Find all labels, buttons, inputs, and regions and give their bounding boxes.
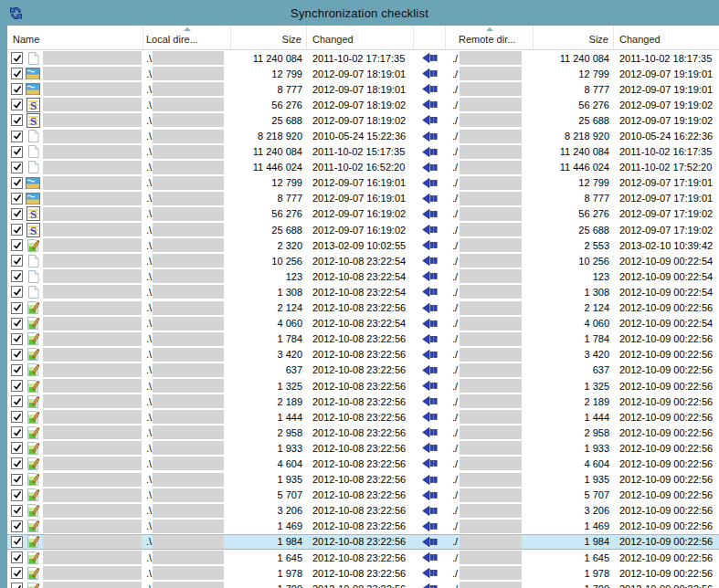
table-row[interactable]: S.\25 6882012-09-07 16:19:02./25 6882012… — [7, 222, 719, 237]
local-changed-cell: 2012-10-08 23:22:56 — [307, 409, 414, 425]
table-row[interactable]: .\10 2562012-10-08 23:22:54./10 2562012-… — [7, 253, 719, 268]
table-row[interactable]: .\1 9352012-10-08 23:22:56./1 9352012-10… — [7, 472, 719, 488]
row-checkbox[interactable] — [11, 349, 23, 361]
redacted-remote-dir — [460, 145, 522, 159]
remote-changed-cell: 2012-10-09 00:22:56 — [614, 378, 719, 394]
table-row[interactable]: .\1 6452012-10-08 23:22:56./1 6452012-10… — [7, 550, 719, 565]
table-row[interactable]: .\1 3252012-10-08 23:22:56./1 3252012-10… — [7, 378, 719, 394]
row-checkbox[interactable] — [11, 286, 23, 298]
remote-dir-prefix: ./ — [452, 568, 458, 579]
row-checkbox[interactable] — [11, 193, 23, 205]
redacted-local-dir — [153, 254, 224, 268]
table-row[interactable]: .\11 240 0842011-10-02 15:17:35./11 240 … — [7, 144, 719, 160]
row-checkbox[interactable] — [11, 146, 23, 158]
redacted-filename — [43, 223, 142, 236]
table-row[interactable]: .\1 7002012-10-08 23:22:56./1 7002012-10… — [7, 581, 719, 588]
image-file-icon — [26, 191, 40, 205]
table-row[interactable]: .\4 6042012-10-08 23:22:56./4 6042012-10… — [7, 456, 719, 471]
local-dir-cell: .\ — [143, 81, 231, 97]
table-row[interactable]: .\8 7772012-09-07 16:19:01./8 7772012-09… — [7, 191, 719, 206]
local-changed-cell: 2012-09-07 18:19:02 — [307, 97, 414, 112]
row-checkbox[interactable] — [11, 536, 23, 548]
row-checkbox[interactable] — [11, 551, 23, 563]
table-row[interactable]: .\2 9582012-10-08 23:22:56./2 9582012-10… — [7, 425, 719, 440]
column-header-size-remote[interactable]: Size — [534, 26, 614, 49]
row-checkbox[interactable] — [11, 302, 23, 314]
row-checkbox[interactable] — [11, 131, 23, 142]
row-checkbox[interactable] — [11, 177, 23, 189]
table-row[interactable]: .\11 446 0242011-10-02 16:52:20./11 446 … — [7, 160, 719, 175]
remote-size-cell: 1 645 — [534, 550, 614, 565]
local-changed-cell: 2012-10-08 23:22:56 — [307, 347, 414, 362]
row-checkbox[interactable] — [11, 457, 23, 469]
table-row[interactable]: .\1 9332012-10-08 23:22:56./1 9332012-10… — [7, 440, 719, 456]
row-checkbox[interactable] — [11, 224, 23, 236]
table-row[interactable]: .\1 4442012-10-08 23:22:56./1 4442012-10… — [7, 409, 719, 425]
table-row[interactable]: .\1 9842012-10-08 23:22:56./1 9842012-10… — [7, 534, 719, 550]
local-changed-cell: 2012-10-08 23:22:56 — [307, 362, 414, 378]
row-checkbox[interactable] — [11, 255, 23, 267]
table-row[interactable]: .\1 9782012-10-08 23:22:56./1 9782012-10… — [7, 565, 719, 581]
table-row[interactable]: .\6372012-10-08 23:22:56./6372012-10-09 … — [7, 362, 719, 378]
table-row[interactable]: .\12 7992012-09-07 18:19:01./12 7992012-… — [7, 66, 719, 81]
table-row[interactable]: .\11 240 0842011-10-02 17:17:35./11 240 … — [7, 50, 719, 66]
row-checkbox[interactable] — [11, 239, 23, 251]
row-checkbox[interactable] — [11, 411, 23, 423]
row-checkbox[interactable] — [11, 567, 23, 579]
column-header-name[interactable]: Name — [7, 26, 143, 49]
row-checkbox[interactable] — [11, 583, 23, 588]
table-row[interactable]: .\1 7842012-10-08 23:22:56./1 7842012-10… — [7, 331, 719, 347]
table-row[interactable]: .\4 0602012-10-08 23:22:54./4 0602012-10… — [7, 316, 719, 331]
table-row[interactable]: .\8 218 9202010-05-24 15:22:36./8 218 92… — [7, 128, 719, 143]
redacted-local-dir — [153, 317, 224, 331]
table-row[interactable]: .\2 1892012-10-08 23:22:56./2 1892012-10… — [7, 394, 719, 409]
remote-dir-cell: ./ — [446, 331, 534, 347]
name-cell — [7, 175, 143, 191]
table-row[interactable]: .\1 3082012-10-08 23:22:54./1 3082012-10… — [7, 284, 719, 299]
table-row[interactable]: .\8 7772012-09-07 18:19:01./8 7772012-09… — [7, 81, 719, 97]
local-size-cell: 1 700 — [231, 581, 307, 588]
table-row[interactable]: .\2 1242012-10-08 23:22:56./2 1242012-10… — [7, 300, 719, 316]
row-checkbox[interactable] — [11, 380, 23, 392]
local-dir-cell: .\ — [143, 409, 231, 425]
row-checkbox[interactable] — [11, 114, 23, 126]
row-checkbox[interactable] — [11, 318, 23, 330]
remote-dir-prefix: ./ — [452, 84, 458, 95]
row-checkbox[interactable] — [11, 474, 23, 486]
column-header-size-local[interactable]: Size — [231, 26, 307, 49]
row-checkbox[interactable] — [11, 68, 23, 79]
table-row[interactable]: .\3 2062012-10-08 23:22:56./3 2062012-10… — [7, 503, 719, 519]
column-header-remote-dir[interactable]: Remote dir... — [446, 26, 534, 49]
row-checkbox[interactable] — [11, 442, 23, 454]
column-header-changed-local[interactable]: Changed — [307, 26, 414, 49]
table-row[interactable]: .\2 3202013-02-09 10:02:55./2 5532013-02… — [7, 237, 719, 253]
row-checkbox[interactable] — [11, 489, 23, 501]
row-checkbox[interactable] — [11, 270, 23, 282]
column-header-local-dir[interactable]: Local dire... — [143, 26, 231, 49]
row-checkbox[interactable] — [11, 333, 23, 345]
row-checkbox[interactable] — [11, 83, 23, 95]
row-checkbox[interactable] — [11, 99, 23, 110]
row-checkbox[interactable] — [11, 426, 23, 438]
local-dir-prefix: .\ — [146, 302, 152, 313]
name-cell — [7, 394, 143, 409]
row-checkbox[interactable] — [11, 52, 23, 64]
local-size-cell: 1 469 — [231, 519, 307, 534]
table-row[interactable]: .\12 7992012-09-07 16:19:01./12 7992012-… — [7, 175, 719, 191]
table-row[interactable]: S.\25 6882012-09-07 18:19:02./25 6882012… — [7, 112, 719, 128]
column-header-direction[interactable] — [414, 26, 446, 49]
row-checkbox[interactable] — [11, 395, 23, 407]
row-checkbox[interactable] — [11, 162, 23, 173]
row-checkbox[interactable] — [11, 364, 23, 376]
row-checkbox[interactable] — [11, 208, 23, 220]
column-header-changed-remote[interactable]: Changed — [614, 26, 719, 49]
table-row[interactable]: .\1232012-10-08 23:22:54./1232012-10-09 … — [7, 268, 719, 284]
table-row[interactable]: S.\56 2762012-09-07 16:19:02./56 2762012… — [7, 206, 719, 222]
row-checkbox[interactable] — [11, 520, 23, 532]
table-row[interactable]: S.\56 2762012-09-07 18:19:02./56 2762012… — [7, 97, 719, 112]
blank-file-icon — [26, 160, 40, 174]
table-row[interactable]: .\1 4692012-10-08 23:22:56./1 4692012-10… — [7, 519, 719, 534]
row-checkbox[interactable] — [11, 505, 23, 517]
table-row[interactable]: .\3 4202012-10-08 23:22:56./3 4202012-10… — [7, 347, 719, 362]
table-row[interactable]: .\5 7072012-10-08 23:22:56./5 7072012-10… — [7, 488, 719, 503]
